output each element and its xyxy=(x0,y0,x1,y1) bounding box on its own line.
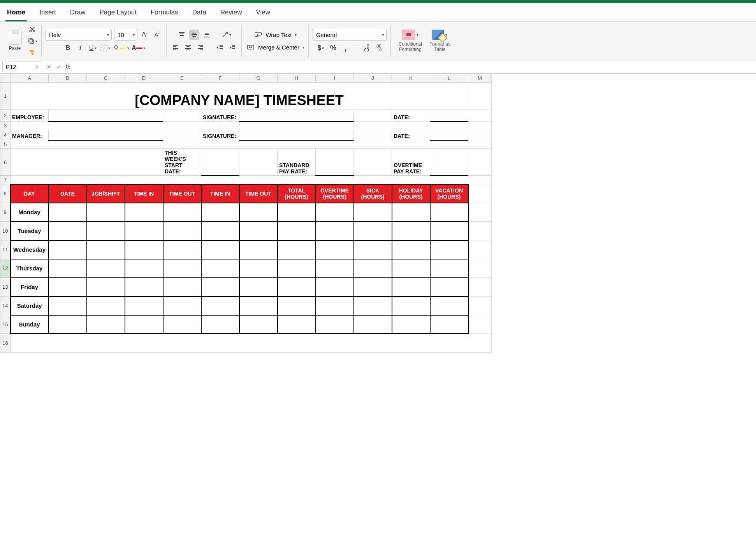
row-header[interactable]: 8 xyxy=(0,184,11,203)
data-cell[interactable] xyxy=(49,296,87,315)
orientation-icon[interactable]: ▾ xyxy=(221,30,231,40)
table-header[interactable]: TIME IN xyxy=(125,184,163,203)
data-cell[interactable] xyxy=(239,203,278,222)
col-header[interactable]: B xyxy=(49,74,87,83)
employee-label[interactable]: EMPLOYEE: xyxy=(11,110,49,122)
tab-home[interactable]: Home xyxy=(5,6,27,21)
decrease-indent-icon[interactable] xyxy=(215,42,225,52)
data-cell[interactable] xyxy=(87,222,125,240)
row-header[interactable]: 5 xyxy=(0,140,11,149)
data-cell[interactable] xyxy=(125,203,163,222)
decrease-decimal-icon[interactable]: .00→0 xyxy=(373,43,383,53)
data-cell[interactable] xyxy=(354,240,392,259)
table-header[interactable]: TIME OUT xyxy=(239,184,278,203)
data-cell[interactable] xyxy=(430,203,468,222)
data-cell[interactable] xyxy=(163,240,201,259)
tab-insert[interactable]: Insert xyxy=(38,6,58,21)
font-family-select[interactable]: Helv xyxy=(46,29,112,41)
format-as-table-button[interactable]: ▾ Format as Table xyxy=(428,30,452,52)
data-cell[interactable] xyxy=(49,278,87,296)
col-header[interactable]: C xyxy=(87,74,125,83)
signature-label[interactable]: SIGNATURE: xyxy=(201,130,239,140)
format-painter-icon[interactable] xyxy=(27,48,37,58)
day-cell[interactable]: Thursday xyxy=(11,259,49,278)
data-cell[interactable] xyxy=(163,203,201,222)
currency-icon[interactable]: $▾ xyxy=(316,43,326,53)
ot-rate-field[interactable] xyxy=(430,149,468,176)
data-cell[interactable] xyxy=(430,296,468,315)
data-cell[interactable] xyxy=(125,259,163,278)
data-cell[interactable] xyxy=(201,222,239,240)
col-header[interactable]: H xyxy=(278,74,316,83)
tab-page-layout[interactable]: Page Layout xyxy=(98,6,138,21)
data-cell[interactable] xyxy=(201,203,239,222)
col-header[interactable]: J xyxy=(354,74,392,83)
tab-review[interactable]: Review xyxy=(219,6,244,21)
data-cell[interactable] xyxy=(87,315,125,334)
col-header[interactable]: M xyxy=(468,74,492,83)
data-cell[interactable] xyxy=(125,278,163,296)
data-cell[interactable] xyxy=(392,259,430,278)
tab-data[interactable]: Data xyxy=(191,6,208,21)
data-cell[interactable] xyxy=(430,240,468,259)
ot-rate-label[interactable]: OVERTIME PAY RATE: xyxy=(392,149,430,176)
col-header[interactable]: K xyxy=(392,74,430,83)
row-header[interactable]: 16 xyxy=(0,334,11,353)
data-cell[interactable] xyxy=(430,259,468,278)
tab-formulas[interactable]: Formulas xyxy=(149,6,180,21)
data-cell[interactable] xyxy=(239,240,278,259)
increase-indent-icon[interactable] xyxy=(227,42,237,52)
row-header[interactable]: 10 xyxy=(0,222,11,240)
data-cell[interactable] xyxy=(125,240,163,259)
col-header[interactable]: I xyxy=(316,74,354,83)
data-cell[interactable] xyxy=(316,315,354,334)
row-header[interactable]: 2 xyxy=(0,110,11,122)
data-cell[interactable] xyxy=(316,203,354,222)
data-cell[interactable] xyxy=(163,278,201,296)
data-cell[interactable] xyxy=(278,278,316,296)
data-cell[interactable] xyxy=(392,315,430,334)
data-cell[interactable] xyxy=(316,259,354,278)
day-cell[interactable]: Wednesday xyxy=(11,240,49,259)
data-cell[interactable] xyxy=(49,203,87,222)
merge-center-icon[interactable] xyxy=(246,42,256,52)
data-cell[interactable] xyxy=(87,296,125,315)
comma-icon[interactable]: , xyxy=(341,43,351,53)
data-cell[interactable] xyxy=(239,315,278,334)
align-center-icon[interactable] xyxy=(183,42,193,52)
table-header[interactable]: TOTAL (HOURS) xyxy=(278,184,316,203)
date-label[interactable]: DATE: xyxy=(392,110,430,122)
manager-label[interactable]: MANAGER: xyxy=(11,130,49,140)
align-left-icon[interactable] xyxy=(171,42,181,52)
row-header[interactable]: 12 xyxy=(0,259,11,278)
col-header[interactable]: D xyxy=(125,74,163,83)
data-cell[interactable] xyxy=(392,240,430,259)
copy-icon[interactable]: ▾ xyxy=(27,36,37,46)
week-start-field[interactable] xyxy=(201,149,239,176)
data-cell[interactable] xyxy=(392,296,430,315)
data-cell[interactable] xyxy=(49,222,87,240)
paste-icon[interactable] xyxy=(8,31,22,45)
table-header[interactable]: TIME IN xyxy=(201,184,239,203)
data-cell[interactable] xyxy=(163,296,201,315)
wrap-text-label[interactable]: Wrap Text xyxy=(265,32,292,38)
cancel-formula-icon[interactable]: ✕ xyxy=(44,63,54,71)
accept-formula-icon[interactable]: ✓ xyxy=(54,63,64,71)
manager-field[interactable] xyxy=(49,130,163,140)
row-header[interactable]: 7 xyxy=(0,176,11,184)
signature-label[interactable]: SIGNATURE: xyxy=(201,110,239,122)
bold-icon[interactable]: B xyxy=(63,43,73,53)
align-bottom-icon[interactable] xyxy=(202,30,212,40)
underline-icon[interactable]: U▾ xyxy=(88,43,98,53)
data-cell[interactable] xyxy=(201,240,239,259)
percent-icon[interactable]: % xyxy=(328,43,338,53)
cut-icon[interactable] xyxy=(27,24,37,34)
data-cell[interactable] xyxy=(49,259,87,278)
data-cell[interactable] xyxy=(49,315,87,334)
table-header[interactable]: TIME OUT xyxy=(163,184,201,203)
data-cell[interactable] xyxy=(87,240,125,259)
increase-font-icon[interactable]: A˄ xyxy=(140,30,150,40)
select-all-corner[interactable] xyxy=(0,74,11,83)
italic-icon[interactable]: I xyxy=(75,43,85,53)
row-header[interactable]: 4 xyxy=(0,130,11,140)
